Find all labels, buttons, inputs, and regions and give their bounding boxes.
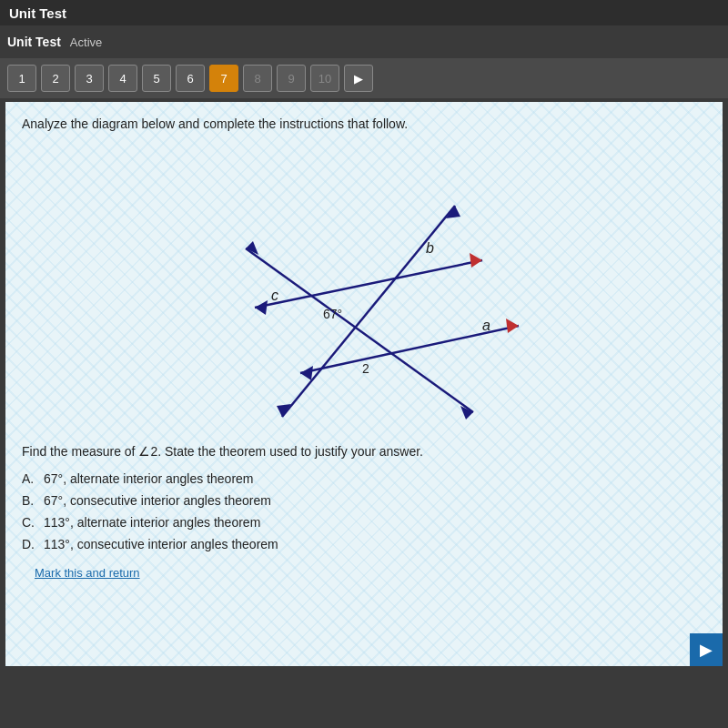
answer-label-0: A. (22, 471, 38, 486)
mark-return-link[interactable]: Mark this and return (35, 566, 140, 580)
question-btn-5[interactable]: 5 (142, 65, 171, 92)
question-btn-10: 10 (310, 65, 339, 92)
answers-list: A.67°, alternate interior angles theorem… (22, 471, 706, 551)
question-btn-4[interactable]: 4 (108, 65, 137, 92)
question-text: Find the measure of ∠2. State the theore… (22, 444, 706, 459)
svg-line-9 (246, 248, 473, 412)
svg-line-0 (255, 260, 482, 308)
diagram-container: b c a 67° 2 (173, 144, 555, 435)
svg-text:67°: 67° (323, 307, 342, 321)
svg-line-6 (282, 206, 455, 417)
answer-option-C[interactable]: C.113°, alternate interior angles theore… (22, 515, 706, 530)
question-btn-9: 9 (277, 65, 306, 92)
next-icon: ▶ (700, 640, 713, 660)
answer-option-D[interactable]: D.113°, consecutive interior angles theo… (22, 537, 706, 551)
answer-label-2: C. (22, 515, 38, 530)
question-btn-2[interactable]: 2 (41, 65, 70, 92)
sub-title: Unit Test (7, 35, 61, 49)
question-btn-1[interactable]: 1 (7, 65, 36, 92)
nav-next-arrow[interactable]: ▶ (344, 65, 373, 92)
sub-status: Active (70, 35, 102, 49)
answer-option-B[interactable]: B.67°, consecutive interior angles theor… (22, 493, 706, 508)
answer-text-1: 67°, consecutive interior angles theorem (44, 493, 271, 508)
question-btn-3[interactable]: 3 (75, 65, 104, 92)
question-nav: 12345678910▶ (0, 58, 728, 98)
header-title: Unit Test (9, 5, 66, 21)
diagram-svg: b c a 67° 2 (173, 144, 555, 435)
answer-text-3: 113°, consecutive interior angles theore… (44, 537, 278, 551)
question-btn-6[interactable]: 6 (176, 65, 205, 92)
bottom-bar: Mark this and return (22, 559, 706, 587)
answer-text-0: 67°, alternate interior angles theorem (44, 471, 254, 486)
svg-text:c: c (271, 288, 278, 303)
answer-option-A[interactable]: A.67°, alternate interior angles theorem (22, 471, 706, 486)
svg-marker-4 (506, 318, 519, 333)
sub-header: Unit Test Active (0, 25, 728, 58)
svg-marker-1 (470, 253, 482, 268)
question-btn-7[interactable]: 7 (209, 65, 238, 92)
instruction-text: Analyze the diagram below and complete t… (22, 116, 706, 131)
svg-text:2: 2 (362, 361, 369, 376)
answer-text-2: 113°, alternate interior angles theorem (44, 515, 260, 530)
svg-text:b: b (426, 240, 434, 256)
answer-label-3: D. (22, 537, 38, 551)
svg-marker-2 (255, 300, 268, 315)
main-content: Analyze the diagram below and complete t… (5, 102, 723, 666)
question-btn-8: 8 (243, 65, 272, 92)
header-bar: Unit Test (0, 0, 728, 25)
svg-text:a: a (482, 318, 490, 333)
next-button[interactable]: ▶ (690, 633, 723, 666)
answer-label-1: B. (22, 493, 38, 508)
svg-marker-5 (300, 366, 313, 380)
